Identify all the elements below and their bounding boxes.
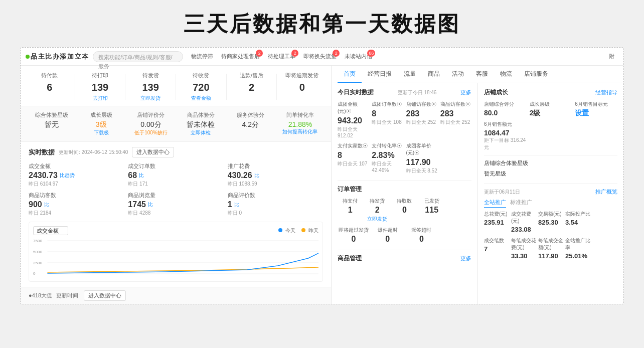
today-prev-2: 昨日全天 252: [406, 119, 437, 126]
search-bar[interactable]: 搜索功能/订单/商品/规则/客服/服务: [93, 51, 183, 62]
nav-item-aftersale[interactable]: 待商家处理售后 2: [217, 48, 264, 66]
order-item-0: 待支付 1: [338, 198, 363, 223]
enter-data-center-button[interactable]: 进入数据中心: [132, 147, 174, 157]
promo-value-0: 235.91: [484, 219, 509, 226]
order-value-ov: 0: [338, 235, 370, 244]
tab-logistics[interactable]: 物流: [494, 66, 518, 83]
today-item-1: 成团订单数☉ 8 昨日全天 108: [372, 101, 403, 138]
metric-prev-1: 昨日 171: [128, 181, 223, 188]
metric-prev-2: 昨日 1088.59: [228, 181, 323, 188]
stat-link-recv[interactable]: 查看金额: [180, 95, 222, 102]
info-service: 服务体验分 4.2分: [228, 111, 273, 136]
stat-link-print[interactable]: 去打印: [79, 95, 121, 102]
today-value-0: 943.20: [338, 116, 369, 125]
svg-text:2500: 2500: [33, 261, 43, 265]
stat-value-overdue: 0: [281, 81, 323, 93]
stat-label-print: 待打印: [79, 72, 121, 79]
sg-grid: 店铺综合评分 80.0 成长层级 2级 6月销售目标元 设置: [484, 101, 617, 151]
metric-trend-2[interactable]: 比: [254, 172, 259, 179]
stat-value-print: 139: [79, 81, 121, 93]
order-section: 订单管理 待支付 1 待发货 2 立即发货: [338, 185, 471, 244]
nav-item-messages[interactable]: 未读站内信 66: [341, 48, 376, 66]
legend-dot-today: [278, 228, 282, 232]
stat-label-pending: 待付款: [29, 72, 71, 79]
today-value-1: 8: [372, 109, 403, 118]
chart-svg: 7500 5000 2500 0: [33, 238, 318, 276]
nav-item-flow[interactable]: 即将换失流量 2: [299, 48, 341, 66]
nav-item-ticket[interactable]: 待处理工单 2: [264, 48, 299, 66]
today-label-6: 成团客单价(元)☉: [406, 142, 437, 156]
tab-shop-service[interactable]: 店铺服务: [518, 66, 554, 83]
today-label-3: 商品访客数☉: [440, 101, 471, 108]
sg-link[interactable]: 经营指导: [595, 89, 617, 96]
today-more-link[interactable]: 更多: [460, 89, 471, 96]
metric-trend-4[interactable]: 比: [148, 201, 153, 208]
badge-aftersale: 2: [256, 50, 263, 57]
legend-today: 今天: [278, 227, 295, 234]
order-label-2: 待取数: [392, 198, 417, 205]
metric-trend-5[interactable]: 比: [234, 201, 239, 208]
promo-tab-0[interactable]: 全站推广: [484, 199, 506, 208]
logo-text: 品 主 比 办 添 加 立 本: [31, 52, 88, 61]
stat-link-ship[interactable]: 立即发货: [129, 95, 172, 102]
order-header: 订单管理: [338, 185, 471, 194]
today-prev-5: 昨日全天 42.46%: [372, 160, 403, 173]
promo-update: 更新于06月11日: [484, 189, 520, 196]
tab-home[interactable]: 首页: [338, 66, 362, 83]
svg-text:7500: 7500: [33, 239, 43, 243]
divider-today-order: [338, 181, 471, 181]
nav-item-logistics[interactable]: 物流停滞: [187, 48, 217, 66]
promo-tab-1[interactable]: 标准推广: [510, 199, 532, 208]
today-label-2: 店铺访客数☉: [406, 101, 437, 108]
stat-receiving: 待收货 720 查看金额: [180, 72, 222, 102]
today-prev-0: 昨日全天 912.02: [338, 126, 369, 138]
metric-trend-0[interactable]: 比趋势: [60, 172, 75, 179]
order-item-sign: 派签超时 0: [406, 227, 438, 244]
today-prev-1: 昨日全天 108: [372, 119, 403, 126]
divider2: [125, 74, 125, 100]
info-row: 综合体验星级 暂无 成长层级 3级 下载极 店铺评价分 0.00分 低于100%…: [21, 106, 331, 142]
promo-tabs: 全站推广 标准推广: [484, 199, 617, 208]
order-label-pkg: 爆件超时: [372, 227, 404, 234]
promo-value-4: 7: [484, 245, 509, 253]
tab-service[interactable]: 客服: [470, 66, 494, 83]
bottom-enter-button[interactable]: 进入数据中心: [84, 290, 126, 301]
metric-label-4: 商品浏览量: [128, 192, 223, 199]
sg-label-1: 成长层级: [530, 101, 572, 108]
metric-orders: 成交订单数 68 比 昨日 171: [128, 162, 223, 188]
order-title: 订单管理: [338, 185, 362, 194]
today-value-3: 283: [440, 109, 471, 118]
top-nav: 品 主 比 办 添 加 立 本 搜索功能/订单/商品/规则/客服/服务 物流停滞…: [21, 48, 623, 66]
tab-traffic[interactable]: 流量: [398, 66, 422, 83]
promo-label-4: 成交笔数: [484, 237, 509, 244]
metric-trend-1[interactable]: 比: [139, 172, 144, 179]
divider1: [75, 74, 75, 100]
sg-value-0: 80.0: [484, 109, 527, 117]
metric-visitors: 商品访客数 900 比 昨日 2184: [29, 192, 124, 217]
tab-activities[interactable]: 活动: [446, 66, 470, 83]
order-link-1[interactable]: 立即发货: [365, 216, 390, 223]
metric-trend-3[interactable]: 比: [44, 201, 49, 208]
tab-daily[interactable]: 经营日报: [362, 66, 398, 83]
metric-label-5: 商品评价数: [228, 192, 323, 199]
left-panel: 待付款 6 待打印 139 去打印 待发货 139 立即发货: [21, 66, 332, 304]
chart-metric-select[interactable]: 成交金额: [33, 226, 68, 235]
stat-value-ship: 139: [129, 81, 172, 93]
promo-more-link[interactable]: 推广概览: [595, 188, 617, 196]
order-row2: 即将超过发货 0 爆件超时 0 派签超时 0: [338, 227, 471, 244]
stat-pending-payment: 待付款 6: [29, 72, 71, 102]
today-value-4: 8: [338, 150, 369, 160]
sg-label-2: 6月销售目标元: [575, 101, 617, 108]
realtime-time: 更新时间: 2024-06-12 15:50:40: [59, 149, 128, 156]
stat-printing: 待打印 139 去打印: [79, 72, 121, 102]
order-label-sign: 派签超时: [406, 227, 438, 234]
sg-value-2[interactable]: 设置: [575, 109, 617, 118]
product-more-link[interactable]: 更多: [460, 255, 471, 262]
order-item-3: 已发货 115: [419, 198, 444, 223]
metric-value-0: 2430.73: [29, 171, 58, 180]
main-heading: 三天后数据和第一天数据图: [0, 0, 644, 47]
realtime-header: 实时数据 更新时间: 2024-06-12 15:50:40 进入数据中心: [29, 147, 323, 157]
tab-products[interactable]: 商品: [422, 66, 446, 83]
promo-value-1: 233.08: [511, 226, 536, 233]
right-content: 今日实时数据 更新于今日 18:46 更多 成团金额(元)☉ 943.20 昨日…: [332, 83, 623, 304]
